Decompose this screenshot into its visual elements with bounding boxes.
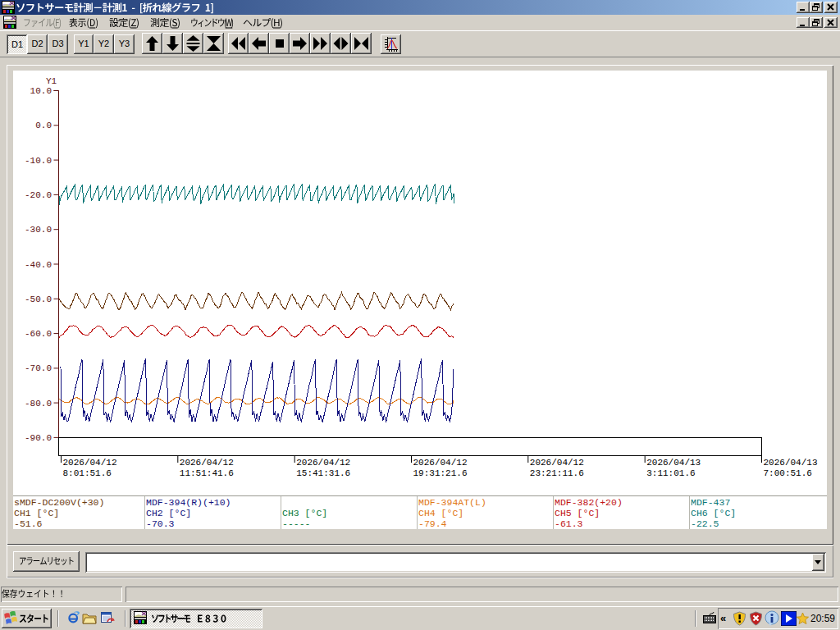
svg-text:-80.0: -80.0 <box>25 399 52 409</box>
svg-text:0.0: 0.0 <box>35 121 52 130</box>
svg-text:Y1: Y1 <box>46 76 57 86</box>
svg-text:-79.4: -79.4 <box>418 518 447 529</box>
svg-text:CH6 [°C]: CH6 [°C] <box>691 508 736 518</box>
svg-text:2026/04/12: 2026/04/12 <box>180 458 234 468</box>
svg-text:7:00:51.6: 7:00:51.6 <box>764 468 812 478</box>
svg-text:-10.0: -10.0 <box>25 156 52 166</box>
svg-text:-50.0: -50.0 <box>25 294 52 304</box>
svg-text:-90.0: -90.0 <box>25 433 52 443</box>
svg-text:23:21:11.6: 23:21:11.6 <box>530 468 584 478</box>
svg-text:8:01:51.6: 8:01:51.6 <box>63 468 112 478</box>
svg-text:2026/04/12: 2026/04/12 <box>530 458 584 468</box>
svg-text:10.0: 10.0 <box>30 86 52 96</box>
svg-text:CH5 [°C]: CH5 [°C] <box>555 508 600 518</box>
svg-text:19:31:21.6: 19:31:21.6 <box>413 468 468 478</box>
svg-text:-30.0: -30.0 <box>25 225 52 235</box>
svg-text:-70.0: -70.0 <box>25 363 52 373</box>
svg-text:CH3 [°C]: CH3 [°C] <box>282 508 327 518</box>
svg-text:MDF-437: MDF-437 <box>691 497 730 508</box>
svg-text:MDF-394(R)(+10): MDF-394(R)(+10) <box>146 497 231 508</box>
svg-text:sMDF-DC200V(+30): sMDF-DC200V(+30) <box>14 497 104 508</box>
svg-text:-40.0: -40.0 <box>25 260 52 270</box>
svg-text:-60.0: -60.0 <box>25 329 52 339</box>
svg-text:CH1 [°C]: CH1 [°C] <box>14 508 59 518</box>
svg-text:-22.5: -22.5 <box>691 518 719 529</box>
svg-text:-20.0: -20.0 <box>25 190 52 200</box>
svg-text:2026/04/13: 2026/04/13 <box>646 458 701 468</box>
svg-text:2026/04/12: 2026/04/12 <box>63 458 117 468</box>
svg-text:MDF-394AT(L): MDF-394AT(L) <box>418 497 486 508</box>
svg-text:2026/04/12: 2026/04/12 <box>413 458 468 468</box>
svg-text:-70.3: -70.3 <box>146 518 175 529</box>
svg-text:11:51:41.6: 11:51:41.6 <box>180 468 234 478</box>
svg-text:15:41:31.6: 15:41:31.6 <box>296 468 350 478</box>
svg-text:2026/04/12: 2026/04/12 <box>296 458 350 468</box>
svg-text:2026/04/13: 2026/04/13 <box>764 458 818 468</box>
svg-text:CH2 [°C]: CH2 [°C] <box>146 508 191 518</box>
svg-text:CH4 [°C]: CH4 [°C] <box>418 508 463 518</box>
svg-text:-61.3: -61.3 <box>555 518 583 529</box>
svg-text:-51.6: -51.6 <box>14 518 43 529</box>
svg-text:MDF-382(+20): MDF-382(+20) <box>555 497 623 508</box>
svg-text:-----: ----- <box>282 518 311 529</box>
svg-text:3:11:01.6: 3:11:01.6 <box>646 468 695 478</box>
